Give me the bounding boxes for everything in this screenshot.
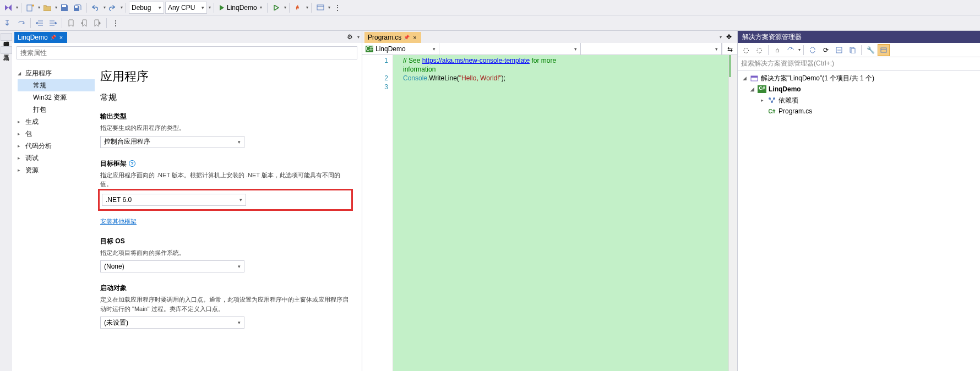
new-item-icon[interactable]: [24, 2, 36, 14]
server-explorer-tab[interactable]: 服务器资源管理器: [1, 33, 12, 41]
target-framework-select[interactable]: .NET 6.0: [102, 194, 246, 206]
properties-icon[interactable]: 🔧: [864, 44, 876, 56]
bookmark-prev-icon[interactable]: [78, 17, 90, 29]
nav-resources[interactable]: 资源: [18, 164, 95, 176]
refresh-icon[interactable]: ⟳: [820, 44, 832, 56]
gear-icon[interactable]: ⚙: [344, 31, 356, 43]
output-type-select[interactable]: 控制台应用程序: [100, 136, 244, 148]
properties-content: 应用程序 常规 输出类型 指定要生成的应用程序的类型。 控制台应用程序 目标框架…: [95, 63, 362, 371]
dropdown-arrow-icon[interactable]: ▾: [16, 5, 18, 10]
field-label: 启动对象: [100, 283, 351, 293]
home-icon[interactable]: ⌂: [771, 44, 783, 56]
vertical-scrollbar[interactable]: [728, 55, 737, 371]
help-icon[interactable]: ?: [129, 160, 135, 167]
target-framework-field: 目标框架? 指定应用程序面向的 .NET 版本。根据计算机上安装的 .NET 版…: [100, 159, 351, 226]
nav-package[interactable]: 打包: [18, 103, 95, 116]
nav-build[interactable]: 生成: [18, 116, 95, 128]
project-scope-select[interactable]: C#LinqDemo: [362, 43, 439, 54]
properties-search-input[interactable]: [17, 46, 357, 59]
solution-tree: ◢ 解决方案"LinqDemo"(1 个项目/共 1 个) ◢ C# LinqD…: [738, 70, 980, 371]
save-icon[interactable]: [58, 2, 70, 14]
hot-reload-icon[interactable]: [292, 2, 304, 14]
dropdown-arrow-icon[interactable]: ▾: [38, 5, 40, 10]
field-description: 指定要生成的应用程序的类型。: [100, 123, 351, 133]
nav-win32[interactable]: Win32 资源: [18, 91, 95, 103]
vs-logo-icon[interactable]: [2, 2, 14, 14]
split-icon[interactable]: ✥: [723, 31, 735, 43]
expand-icon[interactable]: ◢: [749, 86, 755, 92]
editor-tabstrip: Program.cs 📌 × ▾ ✥: [362, 31, 737, 43]
dropdown-arrow-icon[interactable]: ▾: [328, 5, 330, 10]
code-editor-body[interactable]: 1 2 3 // See https://aka.ms/new-console-…: [362, 55, 737, 371]
dependencies-node[interactable]: ▸ 依赖项: [741, 95, 980, 106]
show-all-files-icon[interactable]: [846, 44, 858, 56]
dropdown-arrow-icon[interactable]: ▾: [104, 5, 106, 10]
field-description: 指定此项目将面向的操作系统。: [100, 248, 351, 258]
close-icon[interactable]: ×: [412, 34, 417, 41]
solution-node[interactable]: ◢ 解决方案"LinqDemo"(1 个项目/共 1 个): [741, 73, 980, 84]
open-icon[interactable]: [41, 2, 53, 14]
bookmark-next-icon[interactable]: [91, 17, 104, 29]
dropdown-arrow-icon[interactable]: ▾: [209, 5, 211, 10]
dropdown-arrow-icon[interactable]: ▾: [284, 5, 286, 10]
save-all-icon[interactable]: [72, 2, 84, 14]
nav-code-analysis[interactable]: 代码分析: [18, 140, 95, 152]
solution-search-input[interactable]: 搜索解决方案资源管理器(Ctrl+;): [738, 57, 980, 70]
template-link[interactable]: https://aka.ms/new-console-template: [422, 57, 530, 64]
nav-pkg[interactable]: 包: [18, 128, 95, 140]
start-debug-button[interactable]: LinqDemo▾: [217, 2, 264, 14]
target-os-select[interactable]: (None): [100, 260, 244, 272]
redo-icon[interactable]: [107, 2, 119, 14]
back-icon[interactable]: ◌: [740, 44, 752, 56]
close-icon[interactable]: ×: [58, 34, 64, 41]
bookmark-icon[interactable]: [65, 17, 77, 29]
highlight-annotation: .NET 6.0: [98, 189, 353, 211]
dropdown-arrow-icon[interactable]: ▾: [121, 5, 123, 10]
pin-icon[interactable]: 📌: [50, 35, 56, 40]
sync-icon[interactable]: [807, 44, 819, 56]
file-node[interactable]: C# Program.cs: [741, 106, 980, 117]
forward-icon[interactable]: ◌: [753, 44, 765, 56]
overflow-icon[interactable]: ⋮: [110, 17, 122, 29]
step-over-icon[interactable]: [15, 17, 28, 29]
platform-select[interactable]: Any CPU: [165, 2, 207, 14]
toolbox-tab[interactable]: 工具箱: [1, 46, 12, 54]
dropdown-arrow-icon[interactable]: ▾: [798, 47, 801, 52]
dropdown-arrow-icon[interactable]: ▾: [55, 5, 57, 10]
pin-icon[interactable]: 📌: [404, 35, 410, 40]
expand-icon[interactable]: ▸: [759, 97, 765, 103]
step-into-icon[interactable]: [2, 17, 14, 29]
tab-overflow-icon[interactable]: ▾: [720, 35, 722, 40]
switch-views-icon[interactable]: [785, 44, 797, 56]
configuration-select[interactable]: Debug: [129, 2, 164, 14]
undo-icon[interactable]: [90, 2, 102, 14]
nav-application[interactable]: 应用程序: [18, 67, 95, 79]
type-scope-select[interactable]: [439, 43, 581, 54]
code-text[interactable]: // See https://aka.ms/new-console-templa…: [393, 55, 737, 371]
overflow-icon[interactable]: ⋮: [331, 2, 344, 14]
dropdown-arrow-icon[interactable]: ▾: [306, 5, 308, 10]
browser-link-icon[interactable]: [314, 2, 326, 14]
install-frameworks-link[interactable]: 安装其他框架: [100, 217, 137, 226]
svg-rect-9: [881, 48, 886, 52]
indent-icon[interactable]: [47, 17, 59, 29]
main-toolbar-2: ⋮: [0, 15, 980, 31]
change-indicator: [729, 55, 731, 77]
startup-object-select[interactable]: (未设置): [100, 317, 244, 329]
properties-tab[interactable]: LinqDemo 📌 ×: [14, 32, 67, 43]
nav-debug[interactable]: 调试: [18, 152, 95, 164]
nav-general[interactable]: 常规: [18, 79, 95, 91]
split-toggle-icon[interactable]: ⇆: [722, 43, 737, 54]
tab-overflow-icon[interactable]: ▾: [357, 35, 360, 40]
outdent-icon[interactable]: [34, 17, 46, 29]
code-file-tab[interactable]: Program.cs 📌 ×: [364, 32, 421, 43]
preview-selected-icon[interactable]: [878, 44, 890, 56]
start-no-debug-icon[interactable]: [270, 2, 282, 14]
field-label: 目标框架?: [100, 159, 351, 168]
csharp-project-icon: C#: [366, 46, 373, 52]
collapse-all-icon[interactable]: [833, 44, 845, 56]
field-description: 定义在加载应用程序时要调用的入口点。通常，此项设置为应用程序中的主窗体或应用程序…: [100, 295, 351, 313]
expand-icon[interactable]: ◢: [741, 75, 748, 81]
member-scope-select[interactable]: [581, 43, 722, 54]
project-node[interactable]: ◢ C# LinqDemo: [741, 84, 980, 95]
